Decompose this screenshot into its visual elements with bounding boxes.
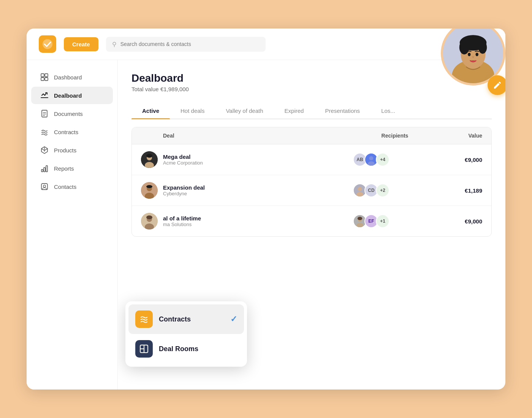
svg-point-46 xyxy=(358,217,362,220)
deal-info: al of a lifetime ma Solutions xyxy=(163,215,201,227)
reports-icon xyxy=(40,164,49,173)
deal-person-icon xyxy=(141,151,158,168)
table-row[interactable]: Mega deal Acme Corporation AB xyxy=(132,144,491,175)
sidebar-item-contracts[interactable]: Contracts xyxy=(31,123,113,141)
deal-value: €1,189 xyxy=(437,187,482,194)
contracts-dropdown-icon xyxy=(135,310,153,328)
edit-profile-button[interactable] xyxy=(488,75,505,95)
svg-point-45 xyxy=(356,223,363,227)
svg-point-8 xyxy=(471,36,483,46)
deal-person-icon xyxy=(141,213,158,230)
deal-person-icon xyxy=(141,182,158,199)
sidebar-item-dealboard[interactable]: Dealboard xyxy=(31,87,113,104)
app-logo[interactable] xyxy=(39,35,56,53)
deal-info: Expansion deal Cyberdyne xyxy=(163,184,205,196)
svg-point-10 xyxy=(476,53,478,56)
deals-table: Deal Recipients Value xyxy=(131,127,492,237)
search-input[interactable] xyxy=(120,41,260,47)
logo-checkmark-icon xyxy=(42,39,53,49)
sidebar-label-dashboard: Dashboard xyxy=(54,74,82,81)
tab-expired[interactable]: Expired xyxy=(274,103,315,119)
deal-company: Acme Corporation xyxy=(163,160,203,166)
tab-hot-deals[interactable]: Hot deals xyxy=(170,103,215,119)
dropdown-item-contracts-label: Contracts xyxy=(159,315,191,323)
tab-active[interactable]: Active xyxy=(131,103,170,119)
recipient-count: +1 xyxy=(376,214,390,228)
sidebar-item-products[interactable]: Products xyxy=(31,141,113,159)
sidebar-item-documents[interactable]: Documents xyxy=(31,105,113,122)
deal-info: Mega deal Acme Corporation xyxy=(163,154,203,166)
svg-rect-21 xyxy=(44,168,45,172)
col-deal: Deal xyxy=(141,133,353,139)
tab-lost[interactable]: Los... xyxy=(370,103,406,119)
tabs-bar: Active Hot deals Valley of death Expired… xyxy=(131,103,492,119)
svg-point-35 xyxy=(146,185,152,188)
col-recipients: Recipients xyxy=(353,133,437,139)
products-icon xyxy=(40,146,49,154)
sidebar-item-dashboard[interactable]: Dashboard xyxy=(31,68,113,86)
deal-cell: al of a lifetime ma Solutions xyxy=(141,213,353,230)
deal-avatar xyxy=(141,213,158,230)
dealrooms-dropdown-icon xyxy=(135,340,153,358)
deal-value: €9,000 xyxy=(437,157,482,163)
dropdown-item-dealrooms[interactable]: Deal Rooms xyxy=(128,334,244,364)
svg-rect-14 xyxy=(41,78,44,81)
sidebar-label-dealboard: Dealboard xyxy=(54,92,82,99)
search-bar: ⚲ xyxy=(106,37,266,52)
deal-name: al of a lifetime xyxy=(163,215,201,222)
contracts-icon xyxy=(139,314,149,324)
deal-company: ma Solutions xyxy=(163,222,201,227)
search-icon: ⚲ xyxy=(112,41,117,48)
table-row[interactable]: al of a lifetime ma Solutions xyxy=(132,206,491,236)
deal-avatar xyxy=(141,151,158,168)
svg-rect-15 xyxy=(45,78,48,81)
sidebar-label-contacts: Contacts xyxy=(54,184,76,190)
svg-rect-20 xyxy=(41,169,43,172)
edit-icon xyxy=(493,81,502,90)
deal-name: Expansion deal xyxy=(163,184,205,191)
sidebar-item-contacts[interactable]: Contacts xyxy=(31,178,113,195)
svg-rect-12 xyxy=(41,74,44,77)
dashboard-icon xyxy=(40,73,49,81)
table-row[interactable]: Expansion deal Cyberdyne CD xyxy=(132,175,491,206)
create-dropdown: Contracts ✓ Deal Rooms xyxy=(125,301,247,367)
recipient-count: +4 xyxy=(376,153,390,166)
recipient-count: +2 xyxy=(376,184,390,197)
sidebar-item-reports[interactable]: Reports xyxy=(31,160,113,177)
deal-cell: Expansion deal Cyberdyne xyxy=(141,182,353,199)
documents-icon xyxy=(40,109,49,118)
sidebar-label-documents: Documents xyxy=(54,111,83,117)
svg-point-37 xyxy=(358,187,362,191)
svg-point-38 xyxy=(356,192,363,196)
sidebar-label-reports: Reports xyxy=(54,165,74,172)
profile-avatar xyxy=(443,28,503,83)
dropdown-item-dealrooms-label: Deal Rooms xyxy=(159,345,198,353)
dropdown-item-contracts[interactable]: Contracts ✓ xyxy=(128,304,244,334)
sidebar-label-contracts: Contracts xyxy=(54,129,78,135)
create-button[interactable]: Create xyxy=(64,37,98,51)
svg-point-42 xyxy=(146,215,152,219)
page-subtitle: Total value €1,989,000 xyxy=(131,86,492,92)
page-title: Dealboard xyxy=(131,72,492,84)
svg-rect-16 xyxy=(42,110,47,117)
deal-company: Cyberdyne xyxy=(163,191,205,196)
deal-value: €9,000 xyxy=(437,218,482,225)
recipients-cell: AB +4 xyxy=(353,153,437,166)
table-header: Deal Recipients Value xyxy=(132,127,491,144)
top-bar: Create ⚲ xyxy=(27,28,505,60)
recipients-cell: EF +1 xyxy=(353,214,437,228)
col-value: Value xyxy=(437,133,482,139)
svg-rect-22 xyxy=(46,166,48,172)
deal-avatar xyxy=(141,182,158,199)
deal-cell: Mega deal Acme Corporation xyxy=(141,151,353,168)
contracts-icon xyxy=(40,128,49,136)
dealboard-icon xyxy=(40,91,49,100)
svg-point-24 xyxy=(43,185,46,187)
sidebar-label-products: Products xyxy=(54,147,76,154)
selected-checkmark: ✓ xyxy=(230,314,237,324)
contacts-icon xyxy=(40,182,49,191)
main-content: Dealboard Total value €1,989,000 Active … xyxy=(118,60,505,390)
tab-valley-of-death[interactable]: Valley of death xyxy=(215,103,274,119)
dealrooms-icon xyxy=(139,344,149,354)
tab-presentations[interactable]: Presentations xyxy=(314,103,370,119)
